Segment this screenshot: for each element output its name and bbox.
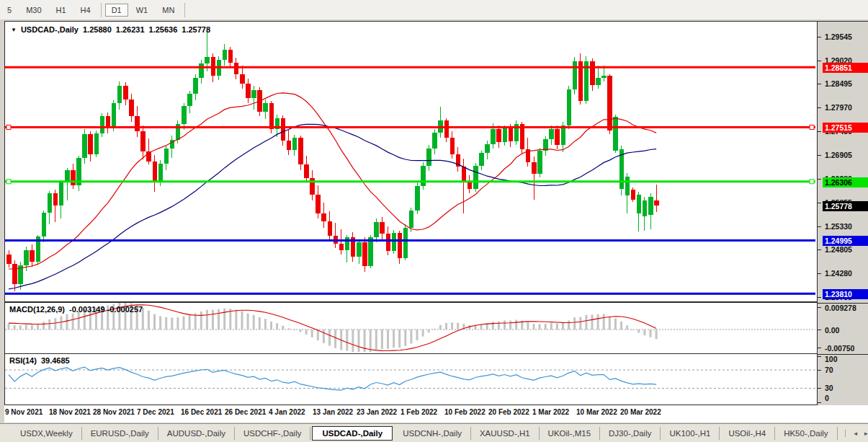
tab-ukoil-m15[interactable]: UKOil-,M15 (540, 427, 600, 440)
macd-histogram-bar (434, 329, 436, 330)
candle-body (537, 151, 542, 174)
x-axis-date: 13 Jan 2022 (313, 408, 353, 416)
macd-histogram-bar (159, 317, 161, 330)
horizontal-level-line[interactable] (5, 126, 815, 128)
rsi-tick-label: 100 (825, 355, 838, 363)
macd-pane[interactable]: MACD(12,26,9) -0.003149 -0.000257 (4, 302, 818, 354)
candle-body (263, 103, 268, 112)
axis-tick (818, 402, 821, 403)
macd-histogram-bar (620, 322, 622, 330)
timeframe-h4[interactable]: H4 (74, 4, 97, 17)
tab-dj30-daily[interactable]: DJ30-,Daily (600, 427, 661, 440)
chart-dropdown-icon[interactable]: ▼ (11, 27, 17, 33)
rsi-pane[interactable]: RSI(14) 39.4685 (4, 353, 818, 405)
timeframe-mn[interactable]: MN (156, 4, 181, 17)
horizontal-level-line[interactable] (5, 66, 815, 68)
macd-histogram-bar (78, 311, 80, 330)
x-axis-date: 16 Dec 2021 (181, 408, 222, 416)
candle-body (415, 186, 420, 211)
macd-histogram-bar (439, 325, 442, 330)
axis-tick (818, 356, 821, 357)
macd-histogram-bar (603, 314, 605, 330)
timeframe-w1[interactable]: W1 (130, 4, 155, 17)
rsi-canvas[interactable] (5, 354, 815, 403)
candle-body (643, 200, 648, 216)
candle-body (292, 138, 297, 150)
macd-histogram-bar (492, 322, 494, 330)
candle-body (549, 129, 554, 139)
axis-tick (818, 273, 821, 274)
tab-usdcad-daily[interactable]: USDCAD-,Daily (312, 426, 393, 441)
macd-histogram-bar (171, 317, 173, 330)
macd-histogram-bar (183, 317, 185, 330)
macd-histogram-bar (451, 322, 453, 330)
macd-histogram-bar (153, 314, 156, 330)
candle-body (281, 118, 286, 141)
timeframe-d1[interactable]: D1 (105, 4, 128, 17)
x-axis-date: 18 Nov 2021 (49, 408, 91, 416)
price-chart-pane[interactable]: ▼ USDCAD-,Daily 1.25880 1.26231 1.25636 … (4, 21, 818, 302)
candle-body (246, 84, 251, 98)
macd-histogram-bar (387, 330, 389, 349)
line-handle[interactable] (810, 125, 814, 129)
macd-histogram-bar (597, 314, 599, 330)
candle-body (567, 89, 572, 125)
tab-usdchf-daily[interactable]: USDCHF-,Daily (235, 427, 311, 440)
horizontal-level-line[interactable] (5, 293, 815, 295)
timeframe-h1[interactable]: H1 (50, 4, 73, 17)
macd-histogram-bar (556, 324, 558, 330)
macd-histogram-bar (218, 309, 220, 330)
candle-body (321, 213, 326, 221)
macd-histogram-bar (579, 317, 581, 330)
macd-histogram-bar (270, 322, 272, 330)
candle-body (503, 128, 508, 142)
price-line-label: 1.26306 (823, 177, 868, 187)
candle-body (205, 57, 210, 63)
line-handle[interactable] (6, 125, 11, 129)
candle-body (432, 133, 437, 149)
macd-histogram-bar (445, 323, 447, 330)
horizontal-level-line[interactable] (5, 180, 815, 182)
timeframe-m30[interactable]: M30 (19, 4, 48, 17)
tab-uk100-h1[interactable]: UK100-,H1 (661, 427, 720, 440)
moving-average-line (9, 124, 656, 288)
tab-scroll-right-icon[interactable]: ▸ (864, 430, 868, 437)
candle-body (48, 193, 53, 213)
candle-body (601, 76, 607, 77)
macd-histogram-bar (223, 309, 225, 330)
macd-label: MACD(12,26,9) -0.003149 -0.000257 (9, 305, 143, 314)
macd-histogram-bar (323, 330, 325, 343)
tab-usoil-h4[interactable]: USOil-,H4 (720, 427, 775, 440)
macd-histogram-bar (60, 317, 62, 330)
timeframe-m5[interactable]: 5 (1, 4, 18, 17)
macd-histogram-bar (31, 325, 33, 330)
macd-histogram-bar (8, 324, 10, 330)
axis-tick (818, 37, 821, 37)
macd-histogram-bar (206, 310, 208, 330)
tab-usdx-weekly[interactable]: USDX,Weekly (12, 427, 82, 440)
price-tick-label: 1.28495 (825, 79, 852, 88)
axis-tick (818, 203, 821, 203)
line-handle[interactable] (810, 180, 814, 184)
candle-body (380, 222, 385, 234)
candle-body (339, 244, 344, 250)
macd-histogram-bar (328, 330, 331, 346)
tab-audusd-daily[interactable]: AUDUSD-,Daily (158, 427, 235, 440)
tab-usdcnh-daily[interactable]: USDCNH-,Daily (394, 427, 471, 440)
line-handle[interactable] (6, 180, 11, 184)
tab-scroll-arrows: ◂ ▸ (845, 430, 868, 437)
tab-scroll-left-icon[interactable]: ◂ (854, 430, 858, 437)
candlestick-canvas[interactable] (5, 22, 815, 300)
macd-histogram-bar (264, 319, 267, 330)
tab-hk50-daily[interactable]: HK50-,Daily (775, 427, 837, 440)
horizontal-level-line[interactable] (5, 239, 815, 242)
candle-body (374, 222, 379, 237)
tab-eurusd-daily[interactable]: EURUSD-,Daily (82, 427, 158, 440)
x-axis-date: 28 Nov 2021 (93, 408, 135, 416)
tab-xauusd-h1[interactable]: XAUUSD-,H1 (471, 427, 540, 440)
x-axis-date: 20 Mar 2022 (620, 408, 661, 416)
price-tick-label: 1.24805 (825, 245, 852, 254)
candle-body (648, 197, 653, 215)
macd-histogram-bar (334, 330, 336, 348)
macd-histogram-bar (568, 320, 570, 330)
